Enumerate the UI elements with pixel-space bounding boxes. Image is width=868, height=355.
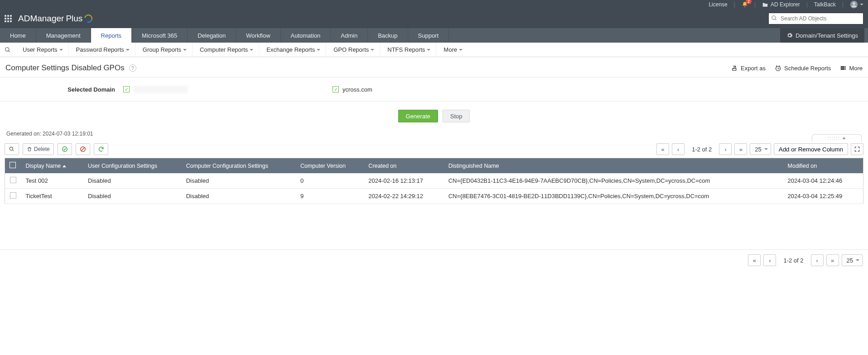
search-ad-input[interactable] xyxy=(768,13,863,24)
tab-delegation[interactable]: Delegation xyxy=(188,28,236,43)
folder-icon xyxy=(762,2,768,7)
schedule-reports-button[interactable]: Schedule Reports xyxy=(775,65,831,72)
tab-admin[interactable]: Admin xyxy=(331,28,368,43)
checkbox-checked-icon: ✓ xyxy=(333,86,339,92)
subtab-exchange-reports[interactable]: Exchange Reports xyxy=(261,43,326,57)
subtab-more[interactable]: More xyxy=(438,43,468,57)
row-checkbox[interactable] xyxy=(5,189,21,204)
brand-bar: ADManager Plus xyxy=(0,9,868,28)
search-expand-icon xyxy=(9,146,15,152)
svg-point-1 xyxy=(853,2,855,5)
cell-comp-cfg: Disabled xyxy=(182,189,296,204)
table-toolbar: :::::: Delete « ‹ 1-2 of 2 › » 25 Add or… xyxy=(0,141,868,158)
disable-button[interactable] xyxy=(76,143,90,155)
export-as-button[interactable]: Export as xyxy=(732,65,766,72)
tab-management[interactable]: Management xyxy=(36,28,91,43)
subtab-ntfs-reports[interactable]: NTFS Reports xyxy=(382,43,436,57)
generate-button[interactable]: Generate xyxy=(398,110,438,122)
domain-settings-label: Domain/Tenant Settings xyxy=(796,32,858,39)
subtab-password-reports[interactable]: Password Reports xyxy=(71,43,135,57)
subtab-gpo-reports[interactable]: GPO Reports xyxy=(328,43,380,57)
subtab-computer-reports[interactable]: Computer Reports xyxy=(194,43,259,57)
cell-display-name: TicketTest xyxy=(21,189,84,204)
apps-icon[interactable] xyxy=(5,15,12,22)
pager-prev-bottom[interactable]: ‹ xyxy=(763,254,776,266)
ad-explorer-label: AD Explorer xyxy=(771,1,800,8)
refresh-button[interactable] xyxy=(94,143,108,155)
col-user-cfg[interactable]: User Configuration Settings xyxy=(83,158,182,174)
sub-tabs: User Reports Password Reports Group Repo… xyxy=(0,43,868,57)
enable-button[interactable] xyxy=(58,143,72,155)
col-display-name[interactable]: Display Name xyxy=(21,158,84,174)
ad-explorer-link[interactable]: AD Explorer xyxy=(762,1,800,8)
fullscreen-button[interactable] xyxy=(851,143,863,155)
col-comp-ver[interactable]: Computer Version xyxy=(296,158,364,174)
svg-rect-9 xyxy=(841,68,844,68)
col-dn[interactable]: Distinguished Name xyxy=(444,158,783,174)
tab-microsoft365[interactable]: Microsoft 365 xyxy=(132,28,188,43)
cell-comp-cfg: Disabled xyxy=(182,173,296,189)
domain-settings-button[interactable]: Domain/Tenant Settings xyxy=(780,28,864,43)
delete-button[interactable]: Delete xyxy=(23,143,54,155)
checkbox-checked-icon: ✓ xyxy=(123,86,130,92)
bottom-pager: « ‹ 1-2 of 2 › » 25 xyxy=(0,249,868,271)
license-link[interactable]: License xyxy=(709,1,727,8)
svg-point-4 xyxy=(5,47,9,51)
col-created-on[interactable]: Created on xyxy=(364,158,444,174)
stop-button[interactable]: Stop xyxy=(443,110,470,122)
quick-search-button[interactable] xyxy=(5,143,19,155)
pager-last-bottom[interactable]: » xyxy=(826,254,839,266)
svg-line-18 xyxy=(81,148,84,151)
cell-comp-ver: 0 xyxy=(296,173,364,189)
svg-point-13 xyxy=(845,69,845,69)
notification-bell[interactable]: 2 xyxy=(742,1,748,8)
page-header: Computer Settings Disabled GPOs ? Export… xyxy=(0,57,868,78)
subtab-group-reports[interactable]: Group Reports xyxy=(137,43,193,57)
page-size-select-bottom[interactable]: 25 xyxy=(842,254,863,266)
cell-created-on: 2024-02-16 12:13:17 xyxy=(364,173,444,189)
tab-home[interactable]: Home xyxy=(0,28,36,43)
sub-search-icon[interactable] xyxy=(5,47,15,53)
refresh-icon xyxy=(98,146,104,152)
talkback-link[interactable]: TalkBack xyxy=(814,1,836,8)
check-circle-icon xyxy=(62,146,68,152)
col-select-all[interactable] xyxy=(5,158,21,174)
cell-created-on: 2024-02-22 14:29:12 xyxy=(364,189,444,204)
pager-last[interactable]: » xyxy=(734,143,747,155)
domain-checkbox-2[interactable]: ✓ ycross.com xyxy=(333,86,372,93)
svg-line-5 xyxy=(9,50,10,52)
domain-1-name-masked xyxy=(133,86,188,93)
col-modified-on[interactable]: Modified on xyxy=(783,158,863,174)
pager-first-bottom[interactable]: « xyxy=(748,254,761,266)
tab-backup[interactable]: Backup xyxy=(368,28,408,43)
tab-automation[interactable]: Automation xyxy=(281,28,331,43)
table-row[interactable]: Test 002DisabledDisabled02024-02-16 12:1… xyxy=(5,173,863,189)
block-icon xyxy=(80,146,86,152)
more-actions-button[interactable]: More xyxy=(840,65,863,72)
brand-bold: ADManager xyxy=(18,14,64,24)
tab-support[interactable]: Support xyxy=(408,28,449,43)
svg-rect-8 xyxy=(841,67,844,67)
notification-badge: 2 xyxy=(746,0,752,4)
pager-next-bottom[interactable]: › xyxy=(811,254,824,266)
cell-comp-ver: 9 xyxy=(296,189,364,204)
add-remove-column-button[interactable]: Add or Remove Column xyxy=(774,143,848,155)
page-size-select[interactable]: 25 xyxy=(750,143,771,155)
user-menu[interactable] xyxy=(850,0,863,9)
tab-workflow[interactable]: Workflow xyxy=(236,28,280,43)
pager-info: 1-2 of 2 xyxy=(687,146,716,153)
pager-prev[interactable]: ‹ xyxy=(672,143,685,155)
fullscreen-icon xyxy=(854,146,860,152)
brand-logo: ADManager Plus xyxy=(18,14,92,24)
row-checkbox[interactable] xyxy=(5,173,21,189)
col-comp-cfg[interactable]: Computer Configuration Settings xyxy=(182,158,296,174)
collapse-gripper[interactable]: :::::: xyxy=(812,134,862,141)
tab-reports[interactable]: Reports xyxy=(91,28,132,43)
pager-next[interactable]: › xyxy=(719,143,732,155)
table-row[interactable]: TicketTestDisabledDisabled92024-02-22 14… xyxy=(5,189,863,204)
help-icon[interactable]: ? xyxy=(129,64,136,72)
sort-asc-icon xyxy=(63,165,66,167)
pager-first[interactable]: « xyxy=(656,143,669,155)
domain-checkbox-1[interactable]: ✓ xyxy=(123,86,188,93)
subtab-user-reports[interactable]: User Reports xyxy=(17,43,69,57)
